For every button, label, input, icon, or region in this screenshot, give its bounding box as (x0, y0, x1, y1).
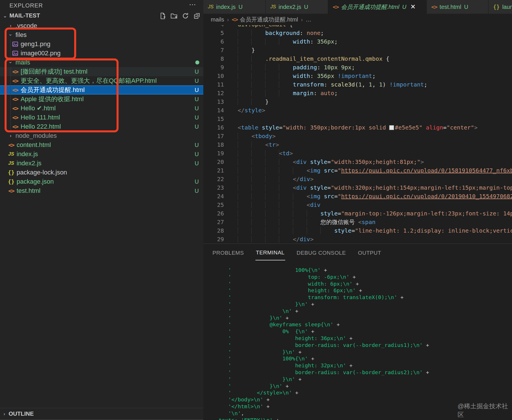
tree-item-label: content.html (17, 141, 51, 149)
image-file-icon (11, 41, 19, 47)
tree-item-14[interactable]: JSindex.jsU (0, 150, 203, 159)
indent-guides (238, 90, 293, 97)
tree-item-6[interactable]: <>更安全、更高效、更强大，尽在QQ邮箱APP.htmlU (0, 76, 203, 85)
code-line: 28 style="line-height: 1.2;display: inli… (203, 226, 512, 235)
terminal-output[interactable]: ' 100%{\n' + ' top: -6px;\n' + ' width: … (209, 267, 512, 420)
breadcrumb-more[interactable]: … (306, 16, 311, 23)
code-line: 25 <div (203, 201, 512, 209)
code-text: <div style="width:320px;height:154px;mar… (232, 183, 512, 192)
panel-tab-terminal[interactable]: TERMINAL (255, 246, 285, 260)
code-line: 10 width: 356px !important; (203, 72, 512, 80)
explorer-sidebar: EXPLORER ⋯ ⌄ MAIL-TEST ›.vscode›filesgen… (0, 0, 203, 420)
file-tree: ›.vscode›filesgeng1.pngimage002.png›mail… (0, 21, 203, 195)
indent-guides (238, 201, 307, 208)
tree-item-9[interactable]: <>Hello ✔.htmlU (0, 104, 203, 113)
code-text: } (232, 46, 255, 54)
terminal-line: ' }\n' + (209, 301, 512, 308)
code-line: 26 style="margin-top:-126px;margin-left:… (203, 209, 512, 218)
indent-guides (238, 98, 265, 105)
tree-item-files[interactable]: ›files (0, 30, 203, 40)
explorer-more-icon[interactable]: ⋯ (189, 1, 196, 9)
code-line: 7 } (203, 46, 512, 54)
breadcrumb[interactable]: mails › <> 会员开通成功提醒.html › … (203, 14, 512, 25)
line-number: 9 (203, 63, 232, 72)
terminal-line: ' }\n' + (209, 383, 512, 390)
tab-会员开通成功提醒.html[interactable]: <>会员开通成功提醒.htmlU✕ (328, 0, 427, 14)
tree-item-2[interactable]: geng1.png (0, 40, 203, 49)
code-line: 27 您的微信账号 <span (203, 218, 512, 226)
indent-guides (238, 47, 251, 54)
close-icon[interactable]: ✕ (410, 3, 415, 11)
terminal-line: ' \n' + (209, 308, 512, 315)
code-line: 29 </div> (203, 235, 512, 244)
tab-label: test.html (440, 4, 461, 10)
panel-tab-output[interactable]: OUTPUT (357, 246, 382, 260)
tab-label: index2.js (279, 4, 301, 10)
tree-item-5[interactable]: <>[撤回邮件成功] test.htmlU (0, 67, 203, 76)
breadcrumb-file[interactable]: 会员开通成功提醒.html (240, 16, 298, 23)
watermark: @稀土掘金技术社区 (458, 402, 512, 419)
refresh-icon[interactable] (182, 12, 189, 19)
code-line: 9 padding: 10px 9px; (203, 63, 512, 72)
indent-guides (238, 167, 307, 174)
new-file-icon[interactable] (159, 12, 166, 19)
tree-item-10[interactable]: <>Hello 111.htmlU (0, 113, 203, 122)
git-status-badge: U (464, 4, 468, 10)
collapse-all-icon[interactable] (193, 12, 200, 19)
workspace-section-header[interactable]: ⌄ MAIL-TEST (0, 10, 203, 21)
line-number: 4 (203, 25, 232, 29)
terminal-line: ' 0% {\n' + (209, 328, 512, 335)
panel-tab-problems[interactable]: PROBLEMS (212, 246, 245, 260)
breadcrumb-folder[interactable]: mails (211, 16, 224, 23)
js-file-icon: JS (208, 4, 214, 10)
indent-guide (10, 122, 11, 131)
line-number: 18 (203, 140, 232, 149)
html-file-icon: <> (11, 87, 19, 93)
new-folder-icon[interactable] (170, 12, 178, 19)
tree-item-18[interactable]: <>test.htmlU (0, 186, 203, 195)
tree-item-13[interactable]: <>content.htmlU (0, 140, 203, 150)
json-file-icon: {} (7, 169, 15, 176)
code-line: 24 <img src="https://puui.qpic.cn/vuploa… (203, 192, 512, 201)
tree-item-label: image002.png (21, 50, 60, 57)
git-status-badge: U (239, 4, 243, 10)
line-number: 14 (203, 106, 232, 115)
code-text: style="margin-top:-126px;margin-left:23p… (232, 209, 512, 218)
code-text: <td> (232, 149, 293, 158)
explorer-title: EXPLORER (9, 2, 43, 9)
tree-item-node_modules[interactable]: ›node_modules (0, 131, 203, 140)
tree-item-17[interactable]: {}package.jsonU (0, 177, 203, 186)
line-number: 5 (203, 29, 232, 37)
tree-item-mails[interactable]: ›mails (0, 58, 203, 67)
tree-item-8[interactable]: <>Apple 提供的收据.htmlU (0, 95, 203, 104)
outline-section-header[interactable]: › OUTLINE (0, 408, 203, 420)
indent-guide (10, 40, 11, 49)
git-status-badge: U (304, 4, 308, 10)
code-editor[interactable]: 4div.open_email {5 background: none;6 wi… (203, 25, 512, 244)
tree-item-15[interactable]: JSindex2.jsU (0, 159, 203, 168)
tab-test.html[interactable]: <>test.htmlU (427, 0, 489, 14)
tree-item-label: package-lock.json (17, 169, 67, 176)
code-line: 6 width: 356px; (203, 37, 512, 46)
tab-index.js[interactable]: JSindex.jsU (203, 0, 266, 14)
tab-laun[interactable]: {}laun (489, 0, 512, 14)
panel-tab-debug-console[interactable]: DEBUG CONSOLE (296, 246, 346, 260)
line-number: 11 (203, 80, 232, 89)
terminal-line: ' height: 6px;\n' + (209, 287, 512, 294)
js-file-icon: JS (270, 4, 276, 10)
terminal-line: ' transform: translateX(0);\n' + (209, 294, 512, 301)
tree-item-.vscode[interactable]: ›.vscode (0, 21, 203, 30)
tree-item-11[interactable]: <>Hello 222.htmlU (0, 122, 203, 131)
code-text: transform: scale3d(1, 1, 1) !important; (232, 80, 427, 89)
line-number: 29 (203, 235, 232, 244)
code-text (232, 115, 238, 123)
line-number: 16 (203, 123, 232, 132)
tab-bar: JSindex.jsUJSindex2.jsU<>会员开通成功提醒.htmlU✕… (203, 0, 512, 14)
tree-item-16[interactable]: {}package-lock.json (0, 168, 203, 177)
tree-item-3[interactable]: image002.png (0, 49, 203, 58)
git-status-badge: U (194, 123, 200, 130)
line-number: 6 (203, 37, 232, 46)
code-line: 11 transform: scale3d(1, 1, 1) !importan… (203, 80, 512, 89)
tree-item-7[interactable]: <>会员开通成功提醒.htmlU (0, 85, 203, 95)
tab-index2.js[interactable]: JSindex2.jsU (266, 0, 328, 14)
